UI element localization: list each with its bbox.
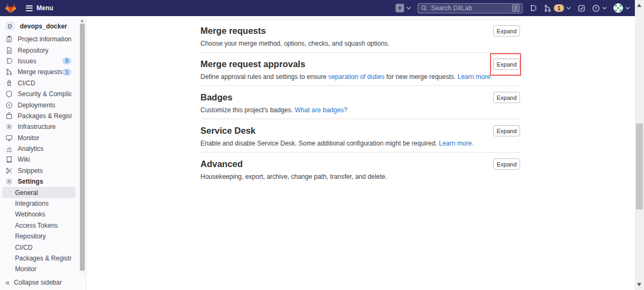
- link-what-are-badges[interactable]: What are badges?: [295, 106, 347, 114]
- sidebar-item-label: Packages & Registries: [15, 255, 71, 262]
- sidebar-item-label: Repository: [15, 233, 46, 240]
- sidebar-item-label: Access Tokens: [15, 222, 58, 229]
- page-scrollbar[interactable]: [635, 0, 644, 290]
- monitor-icon: [5, 134, 13, 142]
- sidebar-project-header[interactable]: Ddevops_docker: [2, 19, 76, 33]
- description-text: Housekeeping, export, archive, change pa…: [201, 173, 387, 180]
- sidebar-item-settings-ci-cd[interactable]: CI/CD: [2, 242, 76, 252]
- sidebar-item-snippets[interactable]: Snippets: [2, 165, 76, 176]
- link-learn-more[interactable]: Learn more.: [457, 73, 492, 81]
- sidebar-item-project-information[interactable]: Project information: [2, 34, 76, 45]
- settings-section-badges: BadgesCustomize this project's badges. W…: [201, 85, 521, 119]
- double-chevron-left-icon: «: [5, 279, 10, 286]
- settings-sections-container: Merge requestsChoose your merge method, …: [201, 19, 521, 185]
- sidebar-item-label: Monitor: [18, 134, 39, 142]
- section-description: Housekeeping, export, archive, change pa…: [201, 173, 521, 180]
- expand-button-advanced[interactable]: Expand: [493, 158, 520, 170]
- sidebar-item-monitor[interactable]: Monitor: [2, 133, 76, 143]
- packages-icon: [5, 112, 13, 120]
- menu-button[interactable]: Menu: [26, 4, 53, 12]
- chevron-down-icon: [566, 6, 571, 10]
- sidebar-item-settings[interactable]: Settings: [2, 176, 76, 187]
- user-menu-button[interactable]: [613, 3, 630, 13]
- analytics-icon: [5, 145, 13, 153]
- sidebar-item-analytics[interactable]: Analytics: [2, 143, 76, 154]
- sidebar-item-label: Integrations: [15, 200, 49, 207]
- todo-check-icon: [577, 4, 586, 12]
- sidebar-item-settings-integrations[interactable]: Integrations: [2, 198, 76, 209]
- section-description: Customize this project's badges. What ar…: [201, 106, 521, 114]
- sidebar-item-label: Wiki: [18, 156, 30, 163]
- section-title: Merge request approvals: [201, 59, 521, 69]
- sidebar-item-wiki[interactable]: Wiki: [2, 154, 76, 165]
- sidebar-item-settings-repository[interactable]: Repository: [2, 231, 76, 242]
- issues-nav-button[interactable]: [529, 4, 537, 12]
- collapse-sidebar-label: Collapse sidebar: [14, 279, 62, 286]
- sidebar-scrollbar[interactable]: [79, 16, 85, 276]
- sidebar-item-issues[interactable]: Issues0: [2, 56, 76, 67]
- section-title: Merge requests: [201, 26, 521, 36]
- user-avatar: [613, 3, 623, 13]
- sidebar-item-merge-requests[interactable]: Merge requests1: [2, 67, 76, 77]
- scroll-up-arrow-icon[interactable]: [637, 4, 641, 7]
- sidebar-item-label: Settings: [18, 178, 43, 185]
- settings-section-merge-requests: Merge requestsChoose your merge method, …: [201, 19, 521, 52]
- gitlab-logo-icon[interactable]: [5, 3, 17, 14]
- hamburger-icon: [26, 5, 33, 11]
- link-separation-of-duties[interactable]: separation of duties: [328, 73, 385, 81]
- deployments-icon: [5, 102, 13, 109]
- page-scrollbar-thumb[interactable]: [636, 124, 643, 209]
- chevron-down-icon: [625, 6, 630, 10]
- count-badge: 0: [62, 57, 71, 64]
- issues-icon: [529, 4, 537, 12]
- project-name: devops_docker: [20, 23, 67, 30]
- sidebar-scrollbar-thumb[interactable]: [80, 24, 85, 271]
- scroll-down-arrow-icon[interactable]: [637, 283, 641, 286]
- sidebar-item-settings-packages-registries[interactable]: Packages & Registries: [2, 253, 76, 264]
- settings-section-merge-request-approvals: Merge request approvalsDefine approval r…: [201, 52, 521, 85]
- global-search[interactable]: /: [418, 3, 523, 13]
- sidebar-item-ci-cd[interactable]: CI/CD: [2, 78, 76, 89]
- sidebar-item-settings-monitor[interactable]: Monitor: [2, 264, 76, 274]
- count-badge: 1: [62, 69, 71, 76]
- sidebar-item-label: Security & Compliance: [18, 90, 71, 98]
- ci-cd-icon: [5, 79, 13, 87]
- new-menu-button[interactable]: +: [396, 4, 411, 12]
- sidebar-item-security-compliance[interactable]: Security & Compliance: [2, 89, 76, 99]
- section-description: Define approval rules and settings to en…: [201, 73, 521, 81]
- merge-requests-nav-button[interactable]: 1: [544, 4, 571, 12]
- sidebar-item-label: General: [15, 189, 38, 197]
- link-learn-more[interactable]: Learn more.: [439, 140, 474, 147]
- settings-main: Merge requestsChoose your merge method, …: [86, 16, 635, 290]
- sidebar-nav: Ddevops_dockerProject informationReposit…: [0, 16, 86, 275]
- merge-request-count-badge: 1: [554, 4, 564, 12]
- sidebar-item-label: Packages & Registries: [18, 112, 71, 120]
- search-input[interactable]: [430, 4, 509, 12]
- expand-button-merge-request-approvals[interactable]: Expand: [493, 59, 520, 70]
- sidebar-item-deployments[interactable]: Deployments: [2, 99, 76, 110]
- sidebar-item-infrastructure[interactable]: Infrastructure: [2, 121, 76, 132]
- sidebar-item-settings-access-tokens[interactable]: Access Tokens: [2, 220, 76, 231]
- settings-section-advanced: AdvancedHousekeeping, export, archive, c…: [201, 152, 521, 185]
- expand-button-badges[interactable]: Expand: [493, 92, 520, 103]
- sidebar-item-label: Deployments: [18, 102, 55, 109]
- wiki-icon: [5, 156, 13, 163]
- section-title: Advanced: [201, 159, 521, 169]
- sidebar-item-settings-webhooks[interactable]: Webhooks: [2, 209, 76, 220]
- infrastructure-icon: [5, 123, 13, 130]
- sidebar-item-settings-general[interactable]: General: [2, 187, 76, 198]
- help-menu-button[interactable]: ?: [592, 4, 607, 12]
- project-information-icon: [5, 35, 13, 43]
- sidebar-item-repository[interactable]: Repository: [2, 45, 76, 55]
- expand-button-merge-requests[interactable]: Expand: [493, 25, 520, 37]
- scroll-up-arrow-icon[interactable]: [80, 19, 84, 22]
- keyboard-shortcut-badge: /: [512, 4, 519, 12]
- todos-nav-button[interactable]: [577, 4, 586, 12]
- section-description: Choose your merge method, options, check…: [201, 40, 521, 47]
- merge-requests-icon: [5, 68, 13, 76]
- sidebar-item-packages-registries[interactable]: Packages & Registries: [2, 111, 76, 121]
- expand-button-service-desk[interactable]: Expand: [493, 125, 520, 136]
- collapse-sidebar-button[interactable]: « Collapse sidebar: [0, 275, 86, 290]
- sidebar-item-label: Webhooks: [15, 211, 45, 218]
- description-text: Define approval rules and settings to en…: [201, 73, 328, 81]
